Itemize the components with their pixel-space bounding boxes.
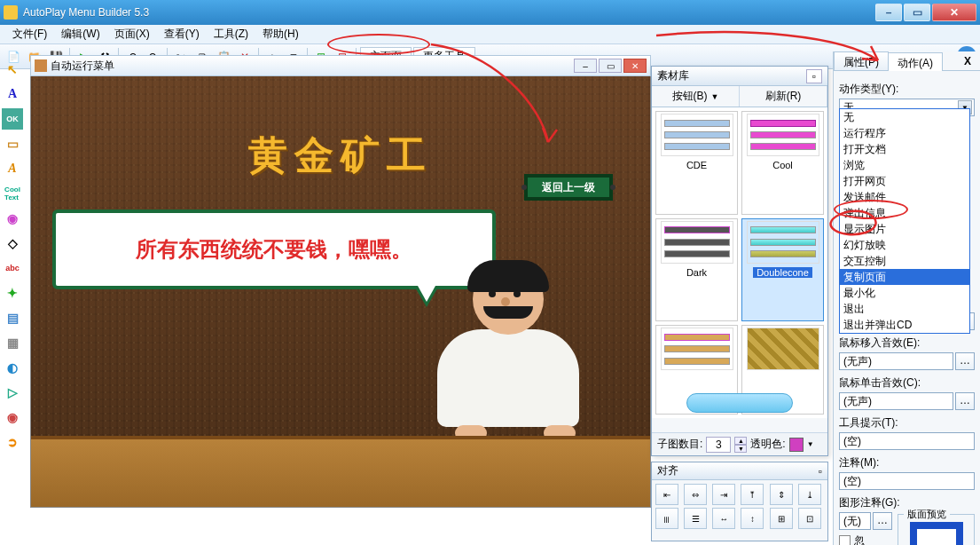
tab-actions[interactable]: 动作(A) <box>888 52 943 71</box>
tool-media[interactable]: ▷ <box>2 382 23 403</box>
tab-properties[interactable]: 属性(P) <box>834 51 889 70</box>
tool-anim[interactable]: ✦ <box>2 282 23 304</box>
chk-shadow[interactable] <box>839 535 851 545</box>
tool-hotspot[interactable]: ◇ <box>2 233 23 254</box>
action-option[interactable]: 浏览 <box>840 157 969 173</box>
action-option[interactable]: 最小化 <box>840 285 969 301</box>
matlib-tab-refresh[interactable]: 刷新(R) <box>740 86 827 107</box>
tool-image[interactable]: ▭ <box>2 133 23 154</box>
click-sound2-input[interactable]: (无声) <box>839 392 953 410</box>
matlib-title: 素材库 <box>657 68 806 83</box>
graphic-browse[interactable]: … <box>873 512 892 530</box>
matlib-preview-button[interactable] <box>686 393 793 413</box>
menu-file[interactable]: 文件(F) <box>5 25 54 43</box>
action-option[interactable]: 交互控制 <box>840 253 969 269</box>
action-type-dropdown[interactable]: 无运行程序打开文档浏览打开网页发送邮件弹出信息显示图片幻灯放映交互控制复制页面最… <box>839 108 970 334</box>
matlib-trans-color[interactable] <box>789 438 804 452</box>
spin-down[interactable]: ▼ <box>734 445 747 453</box>
enter-sound-browse[interactable]: … <box>955 352 975 370</box>
panel-close-x[interactable]: X <box>959 55 976 71</box>
action-option[interactable]: 无 <box>840 109 969 125</box>
action-option[interactable]: 弹出信息 <box>840 205 969 221</box>
action-option[interactable]: 打开网页 <box>840 173 969 189</box>
dist-v[interactable]: ☰ <box>684 508 707 529</box>
menu-bar: 文件(F) 编辑(W) 页面(X) 查看(Y) 工具(Z) 帮助(H) <box>0 25 980 44</box>
mat-item-dark[interactable]: Dark <box>655 218 738 322</box>
tooltip-input[interactable]: (空) <box>839 432 975 450</box>
maximize-button[interactable]: ▭ <box>904 4 930 21</box>
graphic-none[interactable]: (无) <box>839 512 871 530</box>
desk-image <box>31 436 650 507</box>
dist-h[interactable]: ⫼ <box>655 508 678 529</box>
canvas-maximize[interactable]: ▭ <box>599 59 622 73</box>
matlib-close[interactable]: ▫ <box>806 69 822 83</box>
close-button[interactable]: ✕ <box>932 4 976 21</box>
tool-abc[interactable]: abc <box>2 257 23 279</box>
enter-sound-input[interactable]: (无声) <box>839 352 953 370</box>
material-library-panel: 素材库 ▫ 按钮(B)▼ 刷新(R) CDE Cool Dark Doublec… <box>651 66 828 456</box>
tool-rss[interactable]: ➲ <box>2 431 23 453</box>
menu-help[interactable]: 帮助(H) <box>255 25 306 43</box>
align-center-h[interactable]: ⇔ <box>684 484 707 505</box>
same-height[interactable]: ↕ <box>741 508 764 529</box>
mat-item-cde[interactable]: CDE <box>655 111 738 215</box>
tool-list[interactable]: ▤ <box>2 307 23 328</box>
canvas-close[interactable]: ✕ <box>623 59 647 73</box>
align-bottom[interactable]: ⤓ <box>798 484 821 505</box>
align-left[interactable]: ⇤ <box>655 484 678 505</box>
action-option[interactable]: 发送邮件 <box>840 189 969 205</box>
tool-pointer[interactable]: ↖ <box>2 59 23 80</box>
back-button-element[interactable]: 返回上一级 <box>524 174 613 201</box>
action-option[interactable]: 运行程序 <box>840 125 969 141</box>
label-enter-sound: 鼠标移入音效(E): <box>839 336 975 351</box>
minimize-button[interactable]: – <box>875 4 902 21</box>
action-option[interactable]: 幻灯放映 <box>840 237 969 253</box>
same-width[interactable]: ↔ <box>712 508 735 529</box>
tool-grid[interactable]: ▦ <box>2 332 23 353</box>
center-page[interactable]: ⊡ <box>798 508 821 529</box>
align-close[interactable]: ▫ <box>819 465 822 478</box>
label-action-type: 动作类型(Y): <box>839 82 975 97</box>
click-sound2-browse[interactable]: … <box>955 392 975 410</box>
left-toolbox: ↖ A OK ▭ A CoolText ◉ ◇ abc ✦ ▤ ▦ ◐ ▷ ◉ … <box>2 55 28 453</box>
align-center-v[interactable]: ⇕ <box>770 484 793 505</box>
action-option[interactable]: 打开文档 <box>840 141 969 157</box>
matlib-count-label: 子图数目: <box>657 437 702 452</box>
page-preview[interactable] <box>910 522 963 545</box>
align-top[interactable]: ⤒ <box>741 484 764 505</box>
miner-character[interactable] <box>419 264 597 441</box>
menu-page[interactable]: 页面(X) <box>107 25 157 43</box>
matlib-tab-button[interactable]: 按钮(B)▼ <box>652 86 740 107</box>
tool-browser[interactable]: ◐ <box>2 357 23 378</box>
canvas-minimize[interactable]: – <box>574 59 597 73</box>
comment-input[interactable]: (空) <box>839 472 975 490</box>
tool-text[interactable]: A <box>2 83 23 105</box>
mat-item-doublecone[interactable]: Doublecone <box>741 218 824 322</box>
tool-flash[interactable]: ◉ <box>2 407 23 428</box>
tool-button[interactable]: OK <box>2 108 23 130</box>
mat-item-cool[interactable]: Cool <box>741 111 824 215</box>
align-right[interactable]: ⇥ <box>712 484 735 505</box>
label-tooltip: 工具提示(T): <box>839 415 975 430</box>
action-option[interactable]: 复制页面 <box>840 269 969 285</box>
tool-label[interactable]: CoolText <box>2 183 23 204</box>
menu-edit[interactable]: 编辑(W) <box>54 25 106 43</box>
matlib-trans-label: 透明色: <box>750 437 785 452</box>
matlib-footer: 子图数目: ▲▼ 透明色: ▼ <box>652 432 827 455</box>
window-titlebar: AutoPlay Menu Builder 5.3 – ▭ ✕ <box>0 0 980 25</box>
menu-tools[interactable]: 工具(Z) <box>207 25 255 43</box>
game-title-text[interactable]: 黄金矿工 <box>248 130 433 182</box>
action-option[interactable]: 退出并弹出CD <box>840 317 969 333</box>
action-option[interactable]: 显示图片 <box>840 221 969 237</box>
tool-shape[interactable]: ◉ <box>2 208 23 229</box>
action-option[interactable]: 退出 <box>840 301 969 317</box>
same-size[interactable]: ⊞ <box>770 508 793 529</box>
tool-cooltext[interactable]: A <box>2 158 23 179</box>
canvas-window-icon <box>35 59 47 72</box>
spin-up[interactable]: ▲ <box>734 437 747 445</box>
design-canvas[interactable]: 黄金矿工 返回上一级 所有东西统统不要钱，嘿嘿。 <box>30 76 651 508</box>
menu-view[interactable]: 查看(Y) <box>157 25 207 43</box>
matlib-count-input[interactable] <box>706 437 731 453</box>
canvas-window-title: 自动运行菜单 <box>51 59 574 74</box>
matlib-grid: CDE Cool Dark Doublecone <box>652 107 827 418</box>
